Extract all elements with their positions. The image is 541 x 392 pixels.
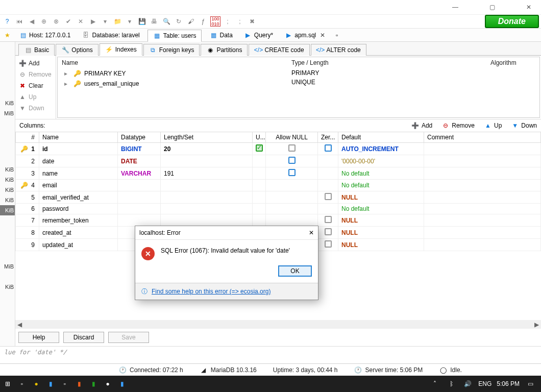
index-remove-button[interactable]: ⊖Remove bbox=[17, 69, 54, 80]
dialog-ok-button[interactable]: OK bbox=[278, 265, 312, 277]
col-name[interactable]: Name bbox=[39, 132, 118, 143]
comment-cell[interactable] bbox=[424, 180, 541, 191]
task-icon[interactable]: ▮ bbox=[45, 378, 56, 389]
tab-foreignkeys[interactable]: ⧉Foreign keys bbox=[143, 44, 200, 56]
table-row[interactable]: 2dateDATE'0000-00-00' bbox=[16, 155, 541, 167]
index-row[interactable]: ▸🔑users_email_unique bbox=[62, 79, 283, 89]
checkbox[interactable] bbox=[325, 144, 332, 152]
play-icon[interactable]: ▶ bbox=[88, 16, 98, 27]
allownull-cell[interactable] bbox=[266, 167, 318, 180]
task-icon[interactable]: ● bbox=[102, 378, 113, 389]
save-button[interactable]: Save bbox=[108, 332, 149, 343]
table-row[interactable]: 5email_verified_atNULL bbox=[16, 191, 541, 204]
scroll-right-icon[interactable]: ▶ bbox=[532, 320, 541, 329]
comment-cell[interactable] bbox=[424, 191, 541, 204]
task-icon[interactable]: ▮ bbox=[88, 378, 99, 389]
col-zero[interactable]: Zer... bbox=[318, 132, 338, 143]
apmsql-tab[interactable]: ▶ apm.sql ✕ bbox=[281, 30, 329, 41]
delete-icon[interactable]: ⊗ bbox=[51, 16, 61, 27]
unsigned-cell[interactable] bbox=[253, 214, 266, 227]
nav-prev-icon[interactable]: ◀ bbox=[27, 16, 37, 27]
tab-options[interactable]: 🔧Options bbox=[56, 44, 98, 56]
column-name-cell[interactable]: date bbox=[39, 155, 118, 167]
table-row[interactable]: 7remember_tokenNULL bbox=[16, 214, 541, 227]
tab-basic[interactable]: ▤Basic bbox=[18, 44, 55, 56]
unsigned-cell[interactable] bbox=[253, 155, 266, 167]
allownull-cell[interactable] bbox=[266, 155, 318, 167]
commit-icon[interactable]: ✔ bbox=[63, 16, 73, 27]
table-row[interactable]: 3nameVARCHAR191No default bbox=[16, 167, 541, 180]
comment-cell[interactable] bbox=[424, 167, 541, 180]
expand-icon[interactable]: ▸ bbox=[62, 80, 70, 88]
zerofill-cell[interactable] bbox=[318, 227, 338, 239]
database-tab[interactable]: 🗄 Database: laravel bbox=[78, 30, 143, 41]
scroll-left-icon[interactable]: ◀ bbox=[15, 320, 24, 329]
column-name-cell[interactable]: email_verified_at bbox=[39, 191, 118, 204]
save-icon[interactable]: 💾 bbox=[137, 16, 147, 27]
task-icon[interactable]: ▫ bbox=[59, 378, 70, 389]
query-tab[interactable]: ▶ Query* bbox=[240, 30, 277, 41]
zoom-icon[interactable]: 🔍 bbox=[161, 16, 171, 27]
length-cell[interactable] bbox=[161, 180, 253, 191]
table-row[interactable]: 🔑4emailNo default bbox=[16, 180, 541, 191]
sidebar-unit-selected[interactable]: KiB bbox=[0, 205, 15, 215]
index-clear-button[interactable]: ✖Clear bbox=[17, 80, 54, 91]
table-row[interactable]: 🔑1idBIGINT20AUTO_INCREMENT bbox=[16, 143, 541, 155]
task-icon[interactable]: ● bbox=[31, 378, 42, 389]
comment-cell[interactable] bbox=[424, 204, 541, 214]
start-icon[interactable]: ⊞ bbox=[2, 378, 13, 389]
zerofill-cell[interactable] bbox=[318, 191, 338, 204]
datatype-cell[interactable] bbox=[118, 204, 161, 214]
star-icon[interactable]: ★ bbox=[3, 31, 11, 39]
systray[interactable]: ˄ ᛒ 🔊 ENG 5:06 PM ▭ bbox=[429, 378, 539, 389]
checkbox[interactable] bbox=[288, 157, 296, 164]
comment-cell[interactable] bbox=[424, 239, 541, 251]
help-icon[interactable]: ? bbox=[2, 16, 12, 27]
comment-cell[interactable] bbox=[424, 214, 541, 227]
dialog-close-icon[interactable]: ✕ bbox=[309, 229, 314, 236]
windows-taskbar[interactable]: ⊞ ▫ ● ▮ ▫ ▮ ▮ ● ▮ ˄ ᛒ 🔊 ENG 5:06 PM ▭ bbox=[0, 376, 541, 392]
col-com[interactable]: Comment bbox=[424, 132, 541, 143]
default-cell[interactable]: AUTO_INCREMENT bbox=[338, 143, 424, 155]
stop-icon[interactable]: ; bbox=[223, 16, 233, 27]
tab-partitions[interactable]: ◉Partitions bbox=[201, 44, 248, 56]
tray-vol-icon[interactable]: 🔊 bbox=[462, 378, 473, 389]
comment-cell[interactable] bbox=[424, 227, 541, 239]
index-up-button[interactable]: ▲Up bbox=[17, 91, 54, 103]
index-row[interactable]: ▸🔑PRIMARY KEY bbox=[62, 68, 283, 79]
cancel-icon[interactable]: ✕ bbox=[76, 16, 86, 27]
datatype-cell[interactable] bbox=[118, 191, 161, 204]
allownull-cell[interactable] bbox=[266, 191, 318, 204]
tray-time[interactable]: 5:06 PM bbox=[497, 380, 520, 387]
window-minimize-button[interactable]: — bbox=[447, 2, 463, 12]
dropdown2-icon[interactable]: ▾ bbox=[125, 16, 135, 27]
semicolon-icon[interactable]: ; bbox=[235, 16, 245, 27]
datatype-cell[interactable]: VARCHAR bbox=[118, 167, 161, 180]
default-cell[interactable]: NULL bbox=[338, 214, 424, 227]
table-tab[interactable]: ▦ Table: users bbox=[147, 30, 202, 42]
length-cell[interactable] bbox=[161, 191, 253, 204]
col-null[interactable]: Allow NULL bbox=[266, 132, 318, 143]
unsigned-cell[interactable] bbox=[253, 167, 266, 180]
comment-cell[interactable] bbox=[424, 155, 541, 167]
datatype-cell[interactable]: BIGINT bbox=[118, 143, 161, 155]
default-cell[interactable]: No default bbox=[338, 167, 424, 180]
column-name-cell[interactable]: created_at bbox=[39, 227, 118, 239]
checkbox[interactable] bbox=[256, 144, 263, 152]
close-tab-icon[interactable]: ✕ bbox=[318, 32, 325, 39]
tray-up-icon[interactable]: ˄ bbox=[429, 378, 440, 389]
checkbox[interactable] bbox=[325, 228, 332, 235]
table-row[interactable]: 6passwordNo default bbox=[16, 204, 541, 214]
length-cell[interactable] bbox=[161, 155, 253, 167]
col-def[interactable]: Default bbox=[338, 132, 424, 143]
nav-first-icon[interactable]: ⏮ bbox=[14, 16, 24, 27]
horizontal-scrollbar[interactable]: ◀ ▶ bbox=[15, 320, 541, 329]
datatype-cell[interactable]: DATE bbox=[118, 155, 161, 167]
zerofill-cell[interactable] bbox=[318, 155, 338, 167]
length-cell[interactable] bbox=[161, 214, 253, 227]
function-icon[interactable]: ƒ bbox=[198, 16, 208, 27]
datatype-cell[interactable] bbox=[118, 180, 161, 191]
window-maximize-button[interactable]: ▢ bbox=[484, 2, 500, 12]
checkbox[interactable] bbox=[325, 240, 332, 248]
col-down-button[interactable]: ▼Down bbox=[511, 121, 537, 130]
